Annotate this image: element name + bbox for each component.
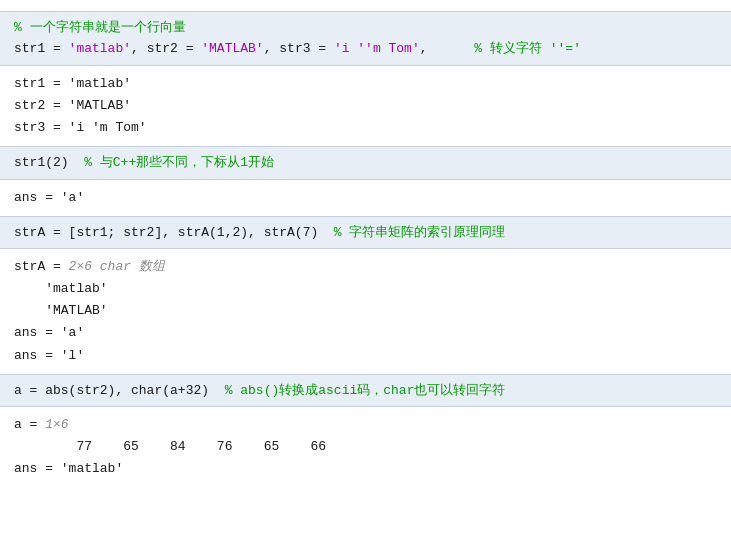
text-part-7-1-0: 77 65 84 76 65 66 — [14, 439, 326, 454]
text-part-1-1-0: str2 = 'MATLAB' — [14, 98, 131, 113]
text-part-5-3-0: ans = 'a' — [14, 325, 84, 340]
text-part-5-0-1: 2×6 char 数组 — [69, 259, 165, 274]
line-5-4: ans = 'l' — [14, 345, 717, 367]
text-part-6-0-1: % abs()转换成ascii码，char也可以转回字符 — [225, 383, 506, 398]
text-part-1-2-0: str3 = 'i 'm Tom' — [14, 120, 147, 135]
code-block-6: a = abs(str2), char(a+32) % abs()转换成asci… — [0, 374, 731, 407]
text-part-0-1-6: , — [420, 41, 475, 56]
line-7-0: a = 1×6 — [14, 414, 717, 436]
text-part-5-1-0: 'matlab' — [14, 281, 108, 296]
line-5-3: ans = 'a' — [14, 322, 717, 344]
text-part-0-1-0: str1 = — [14, 41, 69, 56]
line-3-0: ans = 'a' — [14, 187, 717, 209]
text-part-0-1-3: 'MATLAB' — [201, 41, 263, 56]
line-4-0: strA = [str1; str2], strA(1,2), strA(7) … — [14, 222, 717, 243]
main-container: % 一个字符串就是一个行向量str1 = 'matlab', str2 = 'M… — [0, 11, 731, 484]
line-0-1: str1 = 'matlab', str2 = 'MATLAB', str3 =… — [14, 38, 717, 59]
code-block-2: str1(2) % 与C++那些不同，下标从1开始 — [0, 146, 731, 179]
output-block-5: strA = 2×6 char 数组 'matlab' 'MATLAB'ans … — [0, 252, 731, 370]
output-block-7: a = 1×6 77 65 84 76 65 66ans = 'matlab' — [0, 410, 731, 484]
line-0-0: % 一个字符串就是一个行向量 — [14, 17, 717, 38]
code-block-0: % 一个字符串就是一个行向量str1 = 'matlab', str2 = 'M… — [0, 11, 731, 66]
text-part-0-1-2: , str2 = — [131, 41, 201, 56]
text-part-2-0-0: str1(2) — [14, 155, 84, 170]
line-7-1: 77 65 84 76 65 66 — [14, 436, 717, 458]
line-5-0: strA = 2×6 char 数组 — [14, 256, 717, 278]
text-part-5-0-0: strA = — [14, 259, 69, 274]
output-block-1: str1 = 'matlab'str2 = 'MATLAB'str3 = 'i … — [0, 69, 731, 143]
text-part-5-2-0: 'MATLAB' — [14, 303, 108, 318]
line-6-0: a = abs(str2), char(a+32) % abs()转换成asci… — [14, 380, 717, 401]
line-5-2: 'MATLAB' — [14, 300, 717, 322]
text-part-3-0-0: ans = 'a' — [14, 190, 84, 205]
text-part-6-0-0: a = abs(str2), char(a+32) — [14, 383, 225, 398]
text-part-7-0-0: a = — [14, 417, 45, 432]
text-part-1-0-0: str1 = 'matlab' — [14, 76, 131, 91]
line-7-3: ans = 'matlab' — [14, 458, 717, 480]
text-part-0-1-5: 'i ''m Tom' — [334, 41, 420, 56]
text-part-4-0-0: strA = [str1; str2], strA(1,2), strA(7) — [14, 225, 334, 240]
text-part-7-3-0: ans = 'matlab' — [14, 461, 123, 476]
line-1-0: str1 = 'matlab' — [14, 73, 717, 95]
text-part-7-0-1: 1×6 — [45, 417, 68, 432]
output-block-3: ans = 'a' — [0, 183, 731, 213]
line-1-1: str2 = 'MATLAB' — [14, 95, 717, 117]
text-part-4-0-1: % 字符串矩阵的索引原理同理 — [334, 225, 506, 240]
line-5-1: 'matlab' — [14, 278, 717, 300]
code-block-4: strA = [str1; str2], strA(1,2), strA(7) … — [0, 216, 731, 249]
text-part-0-1-7: % 转义字符 ''=' — [474, 41, 581, 56]
text-part-0-0-0: % 一个字符串就是一个行向量 — [14, 20, 186, 35]
line-2-0: str1(2) % 与C++那些不同，下标从1开始 — [14, 152, 717, 173]
line-1-2: str3 = 'i 'm Tom' — [14, 117, 717, 139]
text-part-0-1-1: 'matlab' — [69, 41, 131, 56]
text-part-2-0-1: % 与C++那些不同，下标从1开始 — [84, 155, 274, 170]
text-part-0-1-4: , str3 = — [264, 41, 334, 56]
text-part-5-4-0: ans = 'l' — [14, 348, 84, 363]
